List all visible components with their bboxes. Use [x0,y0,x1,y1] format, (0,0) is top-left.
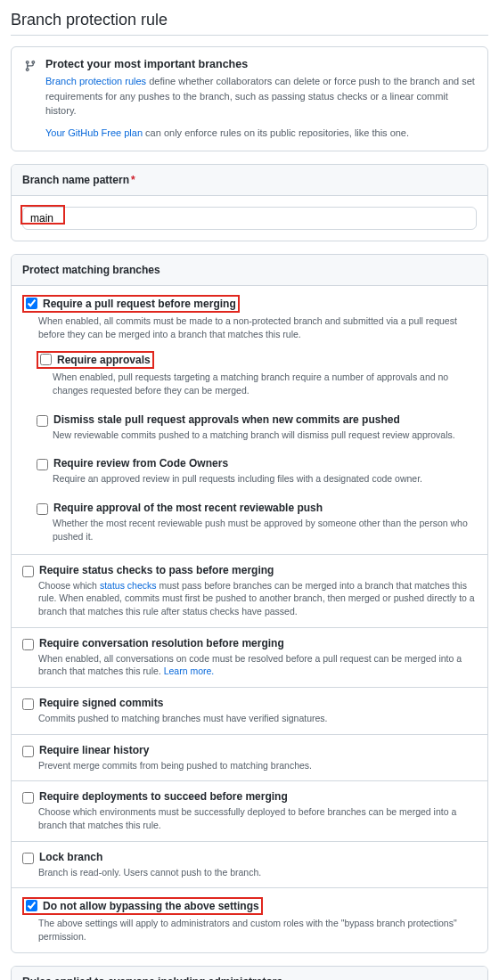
rule-linear: Require linear history Prevent merge com… [12,734,487,781]
checkbox-signed[interactable] [22,698,34,710]
desc-require-pr: When enabled, all commits must be made t… [38,314,477,340]
protect-box: Protect matching branches Require a pull… [11,254,488,953]
admin-header: Rules applied to everyone including admi… [12,967,487,980]
highlight-require-approvals: Require approvals [37,351,154,369]
desc-signed: Commits pushed to matching branches must… [38,712,477,725]
protect-header: Protect matching branches [12,255,487,286]
label-conversation: Require conversation resolution before m… [39,637,284,649]
checkbox-code-owners[interactable] [37,459,48,470]
checkbox-require-pr[interactable] [26,298,37,309]
highlight-require-pr: Require a pull request before merging [22,295,240,313]
intro-heading: Protect your most important branches [45,58,475,70]
branch-name-input[interactable] [22,207,477,230]
checkbox-deployments[interactable] [22,792,34,804]
rule-dismiss-stale: Dismiss stale pull request approvals whe… [12,406,487,451]
rule-code-owners: Require review from Code Owners Require … [12,450,487,494]
desc-require-approvals: When enabled, pull requests targeting a … [53,371,477,396]
label-signed: Require signed commits [39,697,163,709]
rule-require-approvals: Require approvals When enabled, pull req… [12,349,487,405]
checkbox-require-approvals[interactable] [40,354,52,365]
desc-conversation: When enabled, all conversations on code … [38,652,477,678]
intro-line1: Branch protection rules define whether c… [45,74,475,118]
label-lock: Lock branch [39,851,102,863]
desc-dismiss-stale: New reviewable commits pushed to a match… [53,429,477,442]
learn-more-link[interactable]: Learn more. [164,666,215,676]
label-no-bypass: Do not allow bypassing the above setting… [43,900,259,912]
intro-box: Protect your most important branches Bra… [11,46,488,151]
branch-name-box2: Branch name pattern* [11,164,488,241]
desc-status-checks: Choose which status checks must pass bef… [38,579,477,618]
status-checks-link[interactable]: status checks [100,580,157,591]
highlight-no-bypass: Do not allow bypassing the above setting… [22,897,263,915]
rule-require-pr: Require a pull request before merging Wh… [12,286,487,349]
desc-no-bypass: The above settings will apply to adminis… [38,917,477,943]
rule-conversation: Require conversation resolution before m… [12,627,487,687]
intro-line2: Your GitHub Free plan can only enforce r… [45,126,475,141]
desc-deployments: Choose which environments must be succes… [38,805,477,831]
checkbox-lock[interactable] [22,853,34,864]
label-linear: Require linear history [39,744,149,756]
rule-recent-push: Require approval of the most recent revi… [12,494,487,553]
label-recent-push: Require approval of the most recent revi… [53,502,323,514]
label-dismiss-stale: Dismiss stale pull request approvals whe… [53,413,400,426]
branch-protection-rules-link[interactable]: Branch protection rules [45,76,146,86]
rule-no-bypass: Do not allow bypassing the above setting… [12,887,487,951]
rule-signed: Require signed commits Commits pushed to… [12,687,487,734]
checkbox-no-bypass[interactable] [26,900,37,911]
checkbox-recent-push[interactable] [37,503,48,515]
checkbox-status-checks[interactable] [22,566,34,577]
label-status-checks: Require status checks to pass before mer… [39,564,274,576]
checkbox-dismiss-stale[interactable] [37,415,48,427]
branch-name-header2: Branch name pattern* [12,165,487,196]
label-deployments: Require deployments to succeed before me… [39,790,288,803]
rule-deployments: Require deployments to succeed before me… [12,780,487,840]
page-title: Branch protection rule [11,11,488,36]
label-require-pr: Require a pull request before merging [43,298,236,310]
desc-linear: Prevent merge commits from being pushed … [38,759,477,772]
desc-recent-push: Whether the most recent reviewable push … [53,517,477,543]
rule-status-checks: Require status checks to pass before mer… [12,554,487,627]
admin-box: Rules applied to everyone including admi… [11,966,488,980]
desc-code-owners: Require an approved review in pull reque… [53,472,477,486]
rule-lock: Lock branch Branch is read-only. Users c… [12,841,487,888]
desc-lock: Branch is read-only. Users cannot push t… [38,866,477,879]
github-plan-link[interactable]: Your GitHub Free plan [45,127,143,138]
branch-icon [24,58,37,140]
checkbox-linear[interactable] [22,746,34,757]
checkbox-conversation[interactable] [22,639,34,650]
label-code-owners: Require review from Code Owners [53,457,228,470]
label-require-approvals: Require approvals [57,354,151,366]
